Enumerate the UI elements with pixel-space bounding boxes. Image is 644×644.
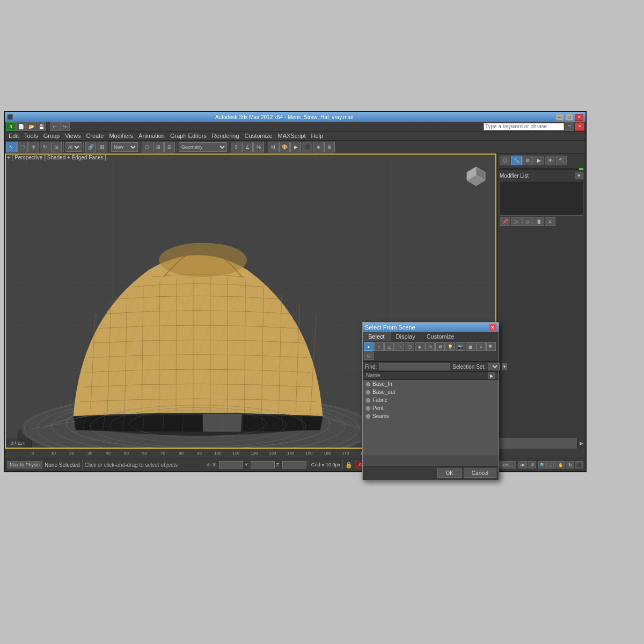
loop-btn[interactable]: ↺ [528, 461, 536, 469]
list-item-base-in[interactable]: Base_In [363, 380, 499, 388]
utility-panel-btn[interactable]: 🔨 [556, 156, 567, 165]
ok-button[interactable]: OK [437, 469, 461, 478]
snap-3d[interactable]: 3 [231, 142, 241, 152]
dialog-tool-1[interactable]: ● [364, 342, 374, 351]
motion-panel-btn[interactable]: ▶ [533, 156, 544, 165]
time-cfg-btn[interactable]: ⏮ [518, 461, 527, 469]
menu-item-help[interactable]: Help [309, 132, 326, 140]
pan-btn[interactable]: ✋ [557, 461, 565, 469]
dialog-tool-13[interactable]: 🔍 [486, 342, 496, 351]
dialog-tool-6[interactable]: ◈ [415, 342, 425, 351]
select-rotate[interactable]: ↻ [40, 142, 50, 152]
filter-dropdown[interactable]: All [65, 142, 82, 152]
menu-item-views[interactable]: Views [62, 132, 83, 140]
render-btn[interactable]: 🎨 [279, 142, 290, 152]
remove-modifier-btn[interactable]: 🗑 [533, 217, 544, 226]
select-scale[interactable]: ⇲ [51, 142, 62, 152]
menu-item-edit[interactable]: Edit [6, 132, 21, 140]
menu-item-rendering[interactable]: Rendering [209, 132, 242, 140]
dialog-tool-2[interactable]: ○ [374, 342, 384, 351]
list-item-base-out[interactable]: Base_out [363, 388, 499, 396]
list-item-pent[interactable]: Pent [363, 404, 499, 412]
dialog-tool-8[interactable]: ⚙ [435, 342, 445, 351]
view-cube-container[interactable] [462, 162, 491, 191]
max-to-phys-btn[interactable]: Max to Physic [7, 461, 42, 469]
create-panel-btn[interactable]: ⬡ [500, 156, 510, 165]
dialog-tool-4[interactable]: □ [394, 342, 404, 351]
z-input[interactable] [282, 461, 306, 469]
dialog-tool-7[interactable]: ⊕ [425, 342, 435, 351]
link-tool[interactable]: 🔗 [85, 142, 96, 152]
menu-item-graph-editors[interactable]: Graph Editors [167, 132, 209, 140]
menu-item-group[interactable]: Group [41, 132, 63, 140]
dialog-tool-14[interactable]: ⊞ [364, 352, 374, 360]
dialog-tab-customize[interactable]: Customize [421, 332, 460, 341]
material-editor[interactable]: M [268, 142, 279, 152]
toolbar-new[interactable]: 📄 [16, 122, 26, 131]
display-panel-btn[interactable]: 👁 [545, 156, 555, 165]
array-tool[interactable]: ⊡ [164, 142, 175, 152]
dialog-tab-display[interactable]: Display [391, 332, 421, 341]
select-tool[interactable]: ↖ [6, 142, 17, 152]
list-sort-btn[interactable]: ▶ [488, 372, 495, 379]
help-icon-btn[interactable]: ? [565, 122, 574, 131]
find-input[interactable] [379, 363, 450, 370]
quick-render[interactable]: ▶ [290, 142, 301, 152]
dialog-tool-11[interactable]: ▦ [466, 342, 475, 351]
mirror-tool[interactable]: ⬡ [142, 142, 152, 152]
toolbar-open[interactable]: 📂 [26, 122, 36, 131]
list-item-seams[interactable]: Seams [363, 412, 499, 420]
pin-stack-btn[interactable]: 📌 [500, 217, 510, 226]
close-button[interactable]: ✕ [575, 114, 583, 121]
modifier-list-dropdown[interactable]: ▼ [575, 172, 583, 179]
dialog-object-list[interactable]: Base_In Base_out Fabric Pent Seams [363, 380, 499, 455]
ram-player[interactable]: ⊕ [324, 142, 335, 152]
snap-percent[interactable]: % [253, 142, 264, 152]
search-input[interactable] [484, 123, 564, 130]
zoom-all-btn[interactable]: ⬚ [547, 461, 556, 469]
modifier-stack[interactable] [500, 181, 583, 216]
selection-set-btn[interactable]: ▼ [502, 363, 507, 370]
menu-item-tools[interactable]: Tools [21, 132, 41, 140]
toolbar-undo[interactable]: ↩ [50, 122, 60, 131]
select-move[interactable]: ✛ [28, 142, 39, 152]
dialog-tab-select[interactable]: Select [363, 332, 391, 341]
modify-panel-btn[interactable]: 🔧 [511, 156, 522, 165]
y-input[interactable] [251, 461, 275, 469]
menu-item-create[interactable]: Create [83, 132, 106, 140]
dialog-tool-5[interactable]: ⬡ [405, 342, 414, 351]
selection-set-dropdown[interactable] [488, 363, 500, 370]
view-dropdown[interactable]: New [111, 142, 138, 152]
zoom-btn[interactable]: 🔍 [538, 461, 547, 469]
maximize-vp-btn[interactable]: ⬛ [575, 461, 583, 469]
maximize-button[interactable]: □ [565, 114, 574, 121]
dialog-tool-12[interactable]: ≡ [476, 342, 486, 351]
show-result-btn[interactable]: ▷ [511, 217, 522, 226]
toolbar-redo[interactable]: ↪ [60, 122, 70, 131]
close-win-btn[interactable]: ✕ [575, 122, 584, 131]
configure-modifier-btn[interactable]: ≡ [545, 217, 555, 226]
dialog-tool-10[interactable]: 📷 [456, 342, 465, 351]
menu-item-customize[interactable]: Customize [242, 132, 275, 140]
hierarchy-panel-btn[interactable]: ⚙ [522, 156, 533, 165]
menu-item-maxscript[interactable]: MAXScript [275, 132, 309, 140]
orbit-btn[interactable]: ↻ [566, 461, 574, 469]
dialog-tool-9[interactable]: 💡 [445, 342, 455, 351]
cancel-button[interactable]: Cancel [464, 469, 496, 478]
active-shade[interactable]: ◈ [313, 142, 324, 152]
toolbar-save[interactable]: 💾 [36, 122, 46, 131]
snap-angle[interactable]: ∠ [242, 142, 253, 152]
align-tool[interactable]: ⊞ [153, 142, 164, 152]
select-region[interactable]: ⬚ [17, 142, 28, 152]
dialog-close-btn[interactable]: ✕ [489, 324, 496, 331]
x-input[interactable] [219, 461, 243, 469]
minimize-button[interactable]: ─ [555, 114, 564, 121]
unlink-tool[interactable]: ⛓ [97, 142, 107, 152]
render-frame[interactable]: ⬛ [302, 142, 312, 152]
snap-dropdown[interactable]: Geometry [179, 142, 227, 152]
menu-item-modifiers[interactable]: Modifiers [106, 132, 136, 140]
timeline-right-btn[interactable]: ▶ [577, 438, 586, 449]
dialog-tool-3[interactable]: △ [384, 342, 394, 351]
list-item-fabric[interactable]: Fabric [363, 396, 499, 404]
menu-item-animation[interactable]: Animation [136, 132, 167, 140]
